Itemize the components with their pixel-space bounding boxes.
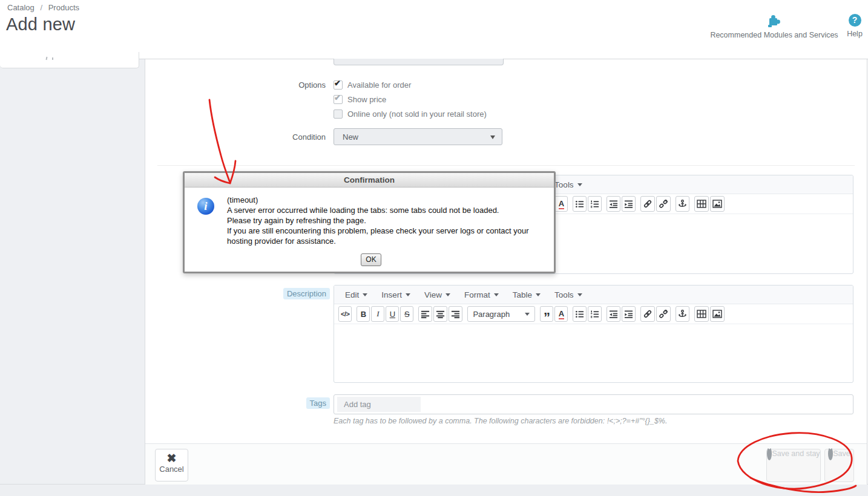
- table-button[interactable]: [694, 306, 709, 322]
- unlink-button[interactable]: [656, 306, 671, 322]
- outdent-button[interactable]: [607, 196, 620, 212]
- tag-input[interactable]: [337, 397, 421, 412]
- sidebar-panel-cutoff: [0, 52, 139, 68]
- add-product-page: Catalog / Products Add new Recommended M…: [0, 0, 868, 496]
- show-price-checkbox[interactable]: ✔: [334, 95, 343, 104]
- outdent-button[interactable]: [607, 306, 620, 322]
- editor-menubar: Edit Insert View Format Table Tools: [334, 286, 853, 304]
- dialog-title[interactable]: Confirmation: [185, 173, 554, 188]
- anchor-icon: [678, 199, 687, 209]
- checkbox-row-online-only[interactable]: Online only (not sold in your retail sto…: [334, 108, 487, 119]
- recommended-modules-link[interactable]: Recommended Modules and Services: [705, 13, 844, 39]
- save-button[interactable]: Save: [824, 449, 854, 482]
- page-title: Add new: [6, 15, 75, 34]
- menu-tools[interactable]: Tools: [550, 289, 587, 301]
- image-button[interactable]: [710, 196, 725, 212]
- puzzle-piece-icon: [766, 13, 782, 28]
- description-editor: Edit Insert View Format Table Tools </> …: [334, 285, 853, 383]
- menu-view[interactable]: View: [420, 289, 455, 301]
- underline-button[interactable]: U: [386, 306, 399, 322]
- check-icon: ✔: [334, 93, 341, 102]
- table-button[interactable]: [694, 196, 709, 212]
- cutoff-input[interactable]: [334, 59, 504, 65]
- strikethrough-button[interactable]: S: [400, 306, 413, 322]
- menu-tools[interactable]: Tools: [550, 178, 587, 191]
- chevron-down-icon: [490, 135, 495, 139]
- forecolor-button[interactable]: A: [554, 196, 568, 212]
- close-icon: ✖: [156, 452, 188, 465]
- numbered-list-button[interactable]: [588, 196, 602, 212]
- image-button[interactable]: [710, 306, 725, 322]
- forecolor-button[interactable]: A: [554, 306, 568, 322]
- numbered-list-icon: [590, 310, 599, 319]
- checkbox-row-available-for-order[interactable]: ✔ Available for order: [334, 79, 411, 90]
- bullet-list-button[interactable]: [573, 196, 587, 212]
- link-icon: [643, 309, 653, 319]
- chevron-down-icon: [363, 293, 367, 296]
- chevron-down-icon: [577, 293, 582, 296]
- available-for-order-checkbox[interactable]: ✔: [334, 80, 343, 90]
- bullet-list-icon: [575, 310, 584, 319]
- indent-button[interactable]: [622, 306, 636, 322]
- anchor-button[interactable]: [676, 196, 689, 212]
- menu-edit[interactable]: Edit: [341, 289, 372, 301]
- chevron-down-icon: [406, 293, 410, 296]
- checkbox-row-show-price[interactable]: ✔ Show price: [334, 94, 386, 105]
- tags-field[interactable]: [334, 394, 853, 414]
- toolbar-footer: [145, 443, 867, 485]
- dialog-message: (timeout) A server error occurred while …: [227, 195, 542, 246]
- image-icon: [712, 310, 722, 318]
- anchor-button[interactable]: [676, 306, 689, 322]
- anchor-icon: [678, 309, 687, 319]
- chevron-down-icon: [525, 313, 530, 316]
- breadcrumb: Catalog / Products: [7, 3, 79, 12]
- table-icon: [697, 310, 706, 318]
- unlink-button[interactable]: [656, 196, 671, 212]
- info-icon: i: [197, 198, 214, 215]
- page-bottom-strip: [0, 484, 868, 496]
- breadcrumb-products[interactable]: Products: [48, 3, 79, 12]
- menu-insert[interactable]: Insert: [377, 289, 415, 301]
- condition-label: Condition: [145, 132, 326, 142]
- paragraph-select[interactable]: Paragraph: [467, 306, 535, 322]
- code-button[interactable]: </>: [338, 306, 352, 322]
- align-right-button[interactable]: [449, 306, 462, 322]
- table-icon: [697, 200, 706, 208]
- numbered-list-icon: [590, 200, 599, 209]
- blockquote-button[interactable]: ”: [540, 306, 553, 322]
- align-left-button[interactable]: [418, 306, 432, 322]
- align-left-icon: [421, 310, 430, 319]
- bullet-list-icon: [575, 200, 584, 209]
- condition-select[interactable]: New: [334, 128, 502, 145]
- help-link[interactable]: ? Help: [843, 14, 867, 38]
- save-and-stay-button[interactable]: Save and stay: [766, 449, 821, 482]
- help-icon: ?: [849, 14, 861, 27]
- blockquote-icon: ”: [544, 316, 550, 319]
- left-sidebar: [0, 59, 145, 496]
- italic-button[interactable]: I: [371, 306, 384, 322]
- cancel-button[interactable]: ✖ Cancel: [155, 449, 188, 481]
- align-center-button[interactable]: [433, 306, 447, 322]
- check-icon: ✔: [334, 79, 341, 88]
- online-only-checkbox[interactable]: [334, 109, 343, 119]
- bullet-list-button[interactable]: [573, 306, 587, 322]
- link-button[interactable]: [640, 306, 655, 322]
- numbered-list-button[interactable]: [588, 306, 602, 322]
- unlink-icon: [659, 199, 668, 209]
- breadcrumb-catalog[interactable]: Catalog: [7, 3, 35, 12]
- bold-button[interactable]: B: [357, 306, 370, 322]
- description-label[interactable]: Description: [283, 288, 330, 299]
- outdent-icon: [609, 200, 618, 209]
- link-button[interactable]: [640, 196, 655, 212]
- indent-button[interactable]: [622, 196, 636, 212]
- confirmation-dialog: Confirmation i (timeout) A server error …: [183, 171, 556, 273]
- ok-button[interactable]: OK: [361, 253, 381, 266]
- image-icon: [712, 200, 722, 208]
- menu-table[interactable]: Table: [508, 289, 545, 301]
- tags-label[interactable]: Tags: [306, 397, 330, 409]
- menu-format[interactable]: Format: [460, 289, 503, 301]
- outdent-icon: [609, 310, 618, 319]
- align-center-icon: [436, 310, 445, 319]
- options-label: Options: [145, 80, 326, 90]
- link-icon: [643, 199, 653, 209]
